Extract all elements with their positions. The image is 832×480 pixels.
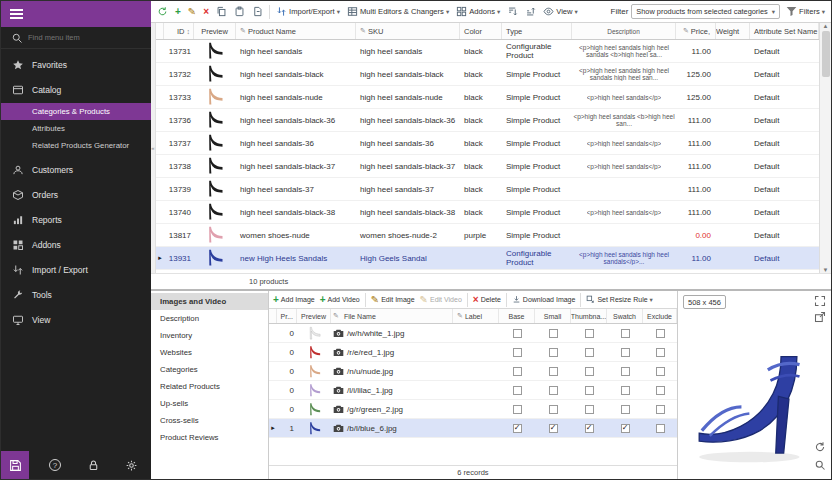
base-checkbox[interactable] [499, 362, 535, 380]
sidebar-search-input[interactable] [28, 33, 132, 42]
edit-video-button[interactable]: ✎Edit Video [418, 294, 464, 306]
sidebar-item-tools[interactable]: Tools [1, 282, 151, 307]
column-type[interactable]: Type [502, 23, 572, 39]
thumbnail-checkbox[interactable] [571, 343, 607, 361]
zoom-icon[interactable] [814, 459, 826, 471]
sidebar-item-related-products-generator[interactable]: Related Products Generator [1, 137, 151, 154]
detail-tab[interactable]: Up-sells [151, 395, 268, 412]
table-row[interactable]: ▸ 13736 high heel sandals-black-36 high … [156, 109, 819, 132]
detail-tab[interactable]: Websites [151, 344, 268, 361]
column-image-preview[interactable]: Preview [297, 309, 331, 323]
set-resize-rule-button[interactable]: Set Resize Rule▾ [584, 294, 654, 305]
small-checkbox[interactable] [535, 324, 571, 342]
column-weight[interactable]: Weight [716, 23, 750, 39]
column-color[interactable]: Color [460, 23, 502, 39]
image-row[interactable]: ▸ 0 /g/r/green_2.jpg [269, 400, 677, 419]
exclude-checkbox[interactable] [643, 362, 677, 380]
exclude-checkbox[interactable] [643, 324, 677, 342]
edit-image-button[interactable]: ✎Edit Image [369, 294, 417, 306]
detail-tab[interactable]: Related Products [151, 378, 268, 395]
view-menu[interactable]: View▾ [540, 4, 581, 19]
detail-tab[interactable]: Description [151, 310, 268, 327]
sidebar-item-favorites[interactable]: Favorites [1, 52, 151, 77]
thumbnail-checkbox[interactable] [571, 419, 607, 437]
add-image-button[interactable]: +Add Image [271, 294, 317, 306]
column-base[interactable]: Base [499, 309, 535, 323]
thumbnail-checkbox[interactable] [571, 400, 607, 418]
exclude-checkbox[interactable] [643, 400, 677, 418]
detail-tab[interactable]: Images and Video [151, 293, 268, 310]
refresh-button[interactable] [154, 4, 171, 19]
column-sku[interactable]: ✎SKU [356, 23, 460, 39]
small-checkbox[interactable] [535, 343, 571, 361]
thumbnail-checkbox[interactable] [571, 324, 607, 342]
thumbnail-checkbox[interactable] [571, 381, 607, 399]
image-row[interactable]: ▸ 0 /l/i/lilac_1.jpg [269, 381, 677, 400]
thumbnail-checkbox[interactable] [571, 362, 607, 380]
sidebar-item-categories-products[interactable]: Categories & Products [1, 103, 151, 120]
swatch-checkbox[interactable] [607, 381, 643, 399]
base-checkbox[interactable] [499, 381, 535, 399]
sidebar-item-view[interactable]: View [1, 307, 151, 332]
paste-button[interactable] [231, 4, 248, 19]
sidebar-item-import-export[interactable]: Import / Export [1, 257, 151, 282]
image-row[interactable]: ▸ 0 /n/u/nude.jpg [269, 362, 677, 381]
lock-icon[interactable] [81, 451, 105, 479]
table-row[interactable]: ▸ 13740 high heel sandals-black-38 high … [156, 201, 819, 224]
edit-product-button[interactable]: ✎ [185, 5, 199, 19]
small-checkbox[interactable] [535, 400, 571, 418]
small-checkbox[interactable] [535, 381, 571, 399]
table-row[interactable]: ▸ 13931 new High Heels Sandals High Geel… [156, 247, 819, 270]
rotate-icon[interactable] [814, 441, 826, 453]
swatch-checkbox[interactable] [607, 362, 643, 380]
sidebar-item-orders[interactable]: Orders [1, 182, 151, 207]
help-icon[interactable]: ? [43, 451, 67, 479]
category-filter-select[interactable]: Show products from selected categories▾ [631, 4, 780, 19]
detail-tab[interactable]: Inventory [151, 327, 268, 344]
column-attribute-set[interactable]: Attribute Set Name [750, 23, 819, 39]
sidebar-item-attributes[interactable]: Attributes [1, 120, 151, 137]
add-video-button[interactable]: +Add Video [318, 294, 362, 306]
column-product-name[interactable]: ✎Product Name [236, 23, 356, 39]
base-checkbox[interactable] [499, 400, 535, 418]
column-preview[interactable]: Preview [194, 23, 236, 39]
column-thumbnail[interactable]: Thumbna... [571, 309, 607, 323]
scrollbar-thumb[interactable] [822, 31, 830, 77]
base-checkbox[interactable] [499, 324, 535, 342]
column-small[interactable]: Small [535, 309, 571, 323]
table-row[interactable]: ▸ 13737 high heel sandals-36 high heel s… [156, 132, 819, 155]
table-row[interactable]: ▸ 13732 high heel sandals-black high hee… [156, 63, 819, 86]
sort-descending-icon[interactable] [504, 4, 521, 19]
copy-button[interactable] [213, 4, 230, 19]
column-priority[interactable]: Pr... [277, 309, 297, 323]
column-price[interactable]: ✎Price, [676, 23, 716, 39]
download-image-button[interactable]: Download Image [510, 294, 578, 305]
delete-image-button[interactable]: ×Delete [471, 294, 503, 306]
exclude-checkbox[interactable] [643, 419, 677, 437]
exclude-checkbox[interactable] [643, 381, 677, 399]
table-row[interactable]: ▸ 13733 high heel sandals-nude high heel… [156, 86, 819, 109]
image-row[interactable]: ▸ 0 /r/e/red_1.jpg [269, 343, 677, 362]
import-export-menu[interactable]: Import/Export▾ [273, 4, 343, 19]
table-row[interactable]: ▸ 13817 women shoes-nude women shoes-nud… [156, 224, 819, 247]
detail-tab[interactable]: Cross-sells [151, 412, 268, 429]
table-row[interactable]: ▸ 13738 high heel sandals-black-37 high … [156, 155, 819, 178]
save-icon[interactable] [1, 451, 29, 479]
column-description[interactable]: Description [572, 23, 676, 39]
swatch-checkbox[interactable] [607, 400, 643, 418]
multi-editors-menu[interactable]: Multi Editors & Changers▾ [344, 4, 452, 19]
filters-menu[interactable]: Filters▾ [783, 4, 828, 19]
detail-tab[interactable]: Product Reviews [151, 429, 268, 446]
sidebar-item-reports[interactable]: Reports [1, 207, 151, 232]
scroll-up-icon[interactable]: ▲ [823, 23, 829, 29]
column-file-name[interactable]: ✎File Name [331, 309, 453, 323]
swatch-checkbox[interactable] [607, 343, 643, 361]
export-doc-button[interactable] [249, 4, 266, 19]
column-label[interactable]: ✎Label [453, 309, 499, 323]
exclude-checkbox[interactable] [643, 343, 677, 361]
swatch-checkbox[interactable] [607, 419, 643, 437]
table-row[interactable]: ▸ 13731 high heel sandals high heel sand… [156, 40, 819, 63]
image-row[interactable]: ▸ 0 /w/h/white_1.jpg [269, 324, 677, 343]
swatch-checkbox[interactable] [607, 324, 643, 342]
small-checkbox[interactable] [535, 419, 571, 437]
